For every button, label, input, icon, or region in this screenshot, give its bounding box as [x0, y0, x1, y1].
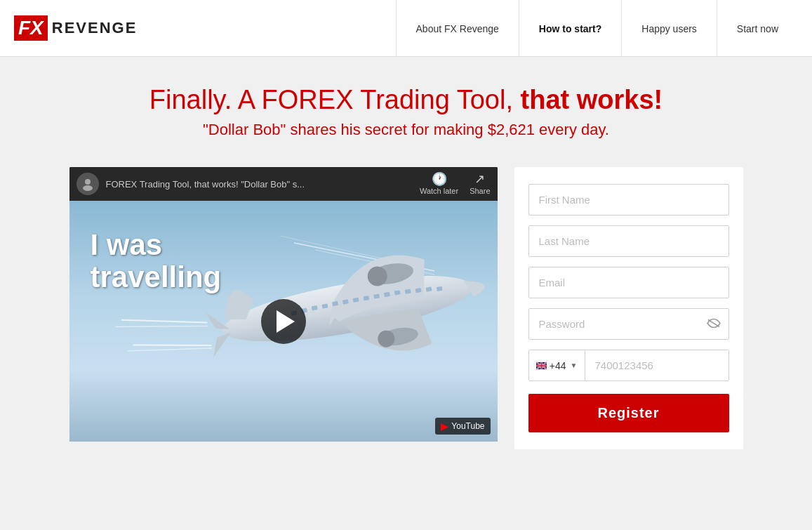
nav-about[interactable]: About FX Revenge	[396, 0, 519, 57]
header: FX REVENGE About FX Revenge How to start…	[0, 0, 812, 57]
content-row: FOREX Trading Tool, that works! "Dollar …	[69, 167, 743, 449]
share-label: Share	[470, 187, 490, 195]
register-button[interactable]: Register	[528, 394, 729, 432]
nav: About FX Revenge How to start? Happy use…	[396, 0, 798, 56]
svg-point-1	[83, 185, 93, 191]
email-input[interactable]	[528, 267, 729, 298]
headline-bold: that works!	[521, 85, 663, 114]
eye-icon[interactable]	[707, 317, 721, 331]
video-title: FOREX Trading Tool, that works! "Dollar …	[106, 179, 413, 190]
main-headline: Finally. A FOREX Trading Tool, that work…	[149, 85, 663, 115]
watch-later-button[interactable]: 🕐 Watch later	[420, 173, 458, 195]
video-thumbnail[interactable]: I was travelling ▶ YouTube	[69, 201, 498, 442]
video-actions: 🕐 Watch later ↗ Share	[420, 173, 491, 195]
youtube-icon: ▶	[441, 420, 448, 432]
share-button[interactable]: ↗ Share	[470, 173, 490, 195]
phone-dropdown-icon: ▼	[571, 362, 578, 369]
video-topbar: FOREX Trading Tool, that works! "Dollar …	[69, 167, 498, 201]
logo-fx: FX	[14, 15, 48, 41]
nav-happy-users[interactable]: Happy users	[621, 0, 717, 57]
phone-flag-selector[interactable]: +44 ▼	[529, 351, 585, 380]
password-wrapper	[528, 308, 729, 340]
youtube-label: YouTube	[451, 421, 484, 431]
watch-later-label: Watch later	[420, 187, 458, 195]
youtube-badge: ▶ YouTube	[435, 418, 490, 435]
phone-row: +44 ▼	[528, 350, 729, 381]
uk-flag-icon	[536, 360, 547, 371]
video-avatar	[76, 173, 99, 195]
share-icon: ↗	[474, 173, 485, 185]
form-panel: +44 ▼ Register	[514, 167, 743, 449]
logo-revenge: REVENGE	[52, 19, 138, 37]
video-overlay-text: I was travelling	[91, 229, 222, 293]
overlay-line1: I was	[91, 229, 222, 261]
password-input[interactable]	[528, 308, 729, 340]
first-name-input[interactable]	[528, 184, 729, 216]
headline-section: Finally. A FOREX Trading Tool, that work…	[149, 85, 663, 139]
video-panel: FOREX Trading Tool, that works! "Dollar …	[69, 167, 498, 442]
logo: FX REVENGE	[14, 15, 137, 41]
play-button[interactable]	[261, 299, 306, 344]
watch-later-icon: 🕐	[432, 173, 447, 185]
nav-how-to-start[interactable]: How to start?	[519, 0, 621, 57]
subheadline: "Dollar Bob" shares his secret for makin…	[149, 121, 663, 139]
last-name-input[interactable]	[528, 225, 729, 257]
phone-input[interactable]	[585, 350, 729, 380]
main-content: Finally. A FOREX Trading Tool, that work…	[0, 57, 812, 477]
phone-code: +44	[550, 360, 566, 371]
nav-start-now[interactable]: Start now	[717, 0, 798, 57]
overlay-line2: travelling	[91, 261, 222, 293]
headline-text: Finally. A FOREX Trading Tool,	[149, 85, 513, 114]
svg-point-0	[85, 179, 91, 185]
